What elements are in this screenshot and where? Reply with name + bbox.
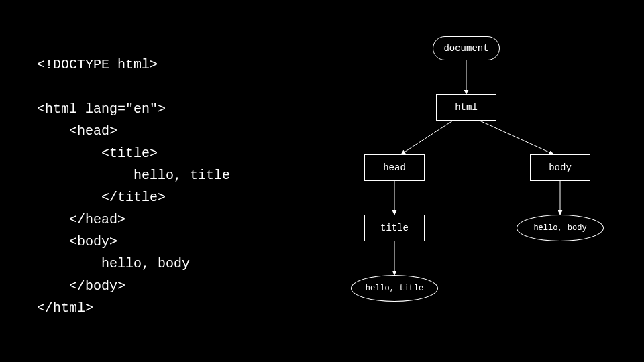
code-line: hello, body — [37, 256, 190, 272]
node-label: hello, body — [533, 223, 586, 233]
node-hello-title: hello, title — [351, 275, 438, 302]
node-hello-body: hello, body — [517, 215, 604, 241]
svg-line-1 — [401, 121, 453, 154]
code-line: <!DOCTYPE html> — [37, 57, 158, 72]
node-body: body — [530, 154, 590, 181]
code-line: </html> — [37, 300, 93, 316]
node-document: document — [433, 36, 500, 60]
node-head: head — [364, 154, 425, 181]
node-label: head — [383, 162, 406, 173]
dom-tree-diagram: document html head body title hello, tit… — [315, 27, 637, 349]
svg-line-2 — [480, 121, 553, 154]
node-html: html — [436, 94, 496, 121]
node-label: title — [380, 223, 409, 233]
code-line: </body> — [37, 278, 125, 294]
code-line: </head> — [37, 212, 125, 227]
code-line: <head> — [37, 123, 117, 139]
code-line: </title> — [37, 190, 166, 205]
code-listing: <!DOCTYPE html> <html lang="en"> <head> … — [37, 54, 230, 319]
code-line: hello, title — [37, 168, 230, 183]
node-label: document — [443, 43, 488, 54]
code-line: <title> — [37, 145, 158, 161]
node-label: html — [455, 102, 478, 113]
code-line: <html lang="en"> — [37, 101, 166, 117]
node-label: body — [549, 162, 572, 173]
code-line: <body> — [37, 234, 117, 249]
node-title: title — [364, 215, 425, 241]
tree-edges — [315, 27, 637, 349]
node-label: hello, title — [366, 284, 423, 293]
